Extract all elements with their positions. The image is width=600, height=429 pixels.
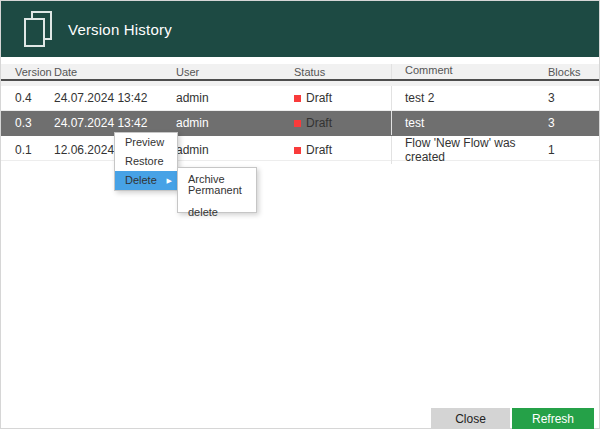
column-header-blocks[interactable]: Blocks xyxy=(548,66,599,78)
table-row[interactable]: 0.1 12.06.2024 1 admin Draft Flow 'New F… xyxy=(1,136,599,161)
column-header-date[interactable]: Date xyxy=(54,66,176,78)
submenu-arrow-icon: ▶ xyxy=(167,171,172,190)
menu-item-permanent-delete[interactable]: Permanent delete xyxy=(178,190,256,212)
cell-version: 0.1 xyxy=(1,136,54,164)
cell-version: 0.3 xyxy=(1,111,54,135)
column-header-version[interactable]: Version xyxy=(1,66,54,78)
cell-user: admin xyxy=(176,86,291,110)
cell-status: Draft xyxy=(291,86,391,110)
cell-blocks: 3 xyxy=(548,111,599,135)
version-history-dialog: Version History Version Date User Status… xyxy=(0,0,600,429)
pages-icon xyxy=(23,10,53,48)
cell-status: Draft xyxy=(291,136,391,164)
column-header-user[interactable]: User xyxy=(176,66,291,78)
menu-item-delete-label: Delete xyxy=(125,171,157,190)
cell-blocks: 3 xyxy=(548,86,599,110)
draft-status-icon xyxy=(294,95,301,102)
status-label: Draft xyxy=(306,91,332,105)
draft-status-icon xyxy=(294,147,301,154)
column-header-comment[interactable]: Comment xyxy=(391,64,548,79)
cell-blocks: 1 xyxy=(548,136,599,164)
menu-item-preview[interactable]: Preview xyxy=(115,133,177,152)
cell-status: Draft xyxy=(291,111,391,135)
cell-comment: Flow 'New Flow' was created xyxy=(391,136,548,164)
status-label: Draft xyxy=(306,116,332,130)
menu-item-restore[interactable]: Restore xyxy=(115,152,177,171)
cell-comment: test xyxy=(391,111,548,135)
cell-version: 0.4 xyxy=(1,86,54,110)
version-table: 0.4 24.07.2024 13:42 admin Draft test 2 … xyxy=(1,86,599,161)
column-header-status[interactable]: Status xyxy=(291,66,391,78)
close-button[interactable]: Close xyxy=(431,408,510,429)
cell-date: 24.07.2024 13:42 xyxy=(54,86,176,110)
delete-submenu: Archive Permanent delete xyxy=(177,167,257,213)
title-bar: Version History xyxy=(1,1,599,57)
cell-user: admin xyxy=(176,111,291,135)
cell-comment: test 2 xyxy=(391,86,548,110)
refresh-button[interactable]: Refresh xyxy=(512,408,594,429)
table-row-selected[interactable]: 0.3 24.07.2024 13:42 admin Draft test 3 xyxy=(1,111,599,136)
table-header: Version Date User Status Comment Blocks xyxy=(1,64,599,81)
menu-item-delete[interactable]: Delete ▶ xyxy=(115,171,177,190)
context-menu: Preview Restore Delete ▶ xyxy=(114,132,178,191)
dialog-title: Version History xyxy=(68,21,172,38)
cell-user: admin xyxy=(176,136,291,164)
draft-status-icon xyxy=(294,120,301,127)
status-label: Draft xyxy=(306,143,332,157)
table-row[interactable]: 0.4 24.07.2024 13:42 admin Draft test 2 … xyxy=(1,86,599,111)
